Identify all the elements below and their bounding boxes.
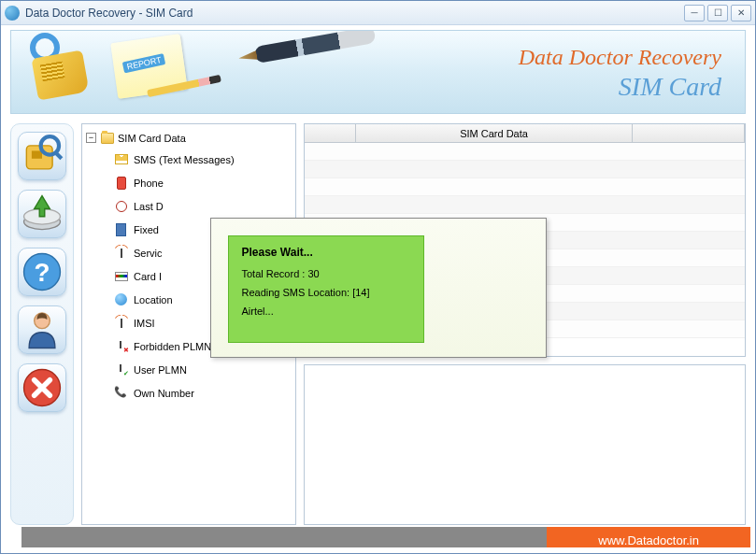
- antenna-icon: [114, 246, 128, 260]
- close-button[interactable]: [18, 363, 66, 412]
- sim-chip-icon: [32, 50, 90, 101]
- app-icon: [5, 6, 20, 21]
- calc-icon: [114, 222, 128, 236]
- globe-icon: [114, 292, 128, 306]
- tree-root[interactable]: − SIM Card Data: [86, 128, 292, 148]
- user-button[interactable]: [18, 305, 66, 354]
- progress-reading: Reading SMS Location: [14]: [242, 287, 410, 298]
- clock-icon: [114, 199, 128, 213]
- close-icon: [19, 364, 65, 411]
- tree-item-label: Fixed: [134, 224, 159, 235]
- grid-col-extra[interactable]: [633, 124, 745, 142]
- grid-col-index[interactable]: [305, 124, 356, 142]
- tree-item-label: SMS (Text Messages): [134, 154, 235, 165]
- tree-item-sms-text-messages-[interactable]: SMS (Text Messages): [86, 148, 292, 171]
- report-tag: REPORT: [122, 53, 166, 73]
- sidebar: ?: [10, 123, 74, 525]
- envelope-icon: [114, 152, 128, 166]
- svg-text:?: ?: [35, 258, 50, 287]
- own-icon: [114, 386, 128, 400]
- close-window-button[interactable]: ✕: [731, 5, 751, 21]
- progress-panel: Please Wait... Total Record : 30 Reading…: [228, 235, 424, 343]
- tree-item-label: Location: [134, 294, 173, 305]
- drive-icon: [19, 191, 65, 237]
- folder-icon: [100, 131, 114, 145]
- plmn-icon: [114, 339, 128, 353]
- tree-item-phone[interactable]: Phone: [86, 171, 292, 194]
- maximize-button[interactable]: ☐: [707, 5, 728, 21]
- uplmn-icon: [114, 362, 128, 376]
- sim-scan-icon: [19, 133, 65, 179]
- footer-url: www.Datadoctor.in: [598, 533, 699, 547]
- header-line2: SIM Card: [519, 72, 721, 102]
- tree-item-label: User PLMN: [134, 364, 187, 376]
- tree-expand-toggle[interactable]: −: [86, 133, 96, 143]
- tree-item-label: Own Number: [134, 388, 194, 399]
- tree-item-label: Phone: [134, 178, 164, 189]
- progress-title: Please Wait...: [242, 246, 410, 259]
- header-banner: REPORT Data Doctor Recovery SIM Card: [10, 30, 746, 114]
- grid-row[interactable]: [305, 161, 745, 178]
- tree-item-label: Last D: [134, 201, 164, 212]
- tree-item-label: Forbidden PLMN: [134, 341, 211, 352]
- tree-item-last-d[interactable]: Last D: [86, 194, 292, 218]
- window-title: Data Doctor Recovery - SIM Card: [25, 7, 681, 20]
- tree-item-label: IMSI: [134, 318, 155, 329]
- help-button[interactable]: ?: [18, 248, 66, 296]
- save-drive-button[interactable]: [18, 190, 66, 238]
- tree-item-label: Servic: [134, 248, 163, 259]
- header-line1: Data Doctor Recovery: [519, 45, 721, 70]
- progress-dialog: Please Wait... Total Record : 30 Reading…: [210, 218, 547, 358]
- help-icon: ?: [19, 249, 65, 295]
- titlebar: Data Doctor Recovery - SIM Card ─ ☐ ✕: [1, 1, 755, 25]
- card-icon: [114, 269, 128, 283]
- minimize-button[interactable]: ─: [684, 5, 705, 21]
- app-window: Data Doctor Recovery - SIM Card ─ ☐ ✕ RE…: [0, 0, 756, 554]
- svg-rect-1: [32, 150, 42, 158]
- progress-total: Total Record : 30: [242, 268, 410, 279]
- svg-line-3: [55, 152, 62, 159]
- scan-sim-button[interactable]: [18, 132, 66, 180]
- phone-icon: [114, 176, 128, 190]
- tree-item-user-plmn[interactable]: User PLMN: [86, 358, 292, 381]
- antenna-icon: [114, 316, 128, 330]
- grid-row[interactable]: [305, 196, 745, 214]
- tree-item-label: Card I: [134, 271, 162, 282]
- tree-root-label: SIM Card Data: [118, 133, 186, 144]
- user-icon: [19, 306, 65, 353]
- detail-panel[interactable]: [304, 364, 746, 525]
- grid-row[interactable]: [305, 178, 745, 196]
- tree-item-own-number[interactable]: Own Number: [86, 381, 292, 405]
- progress-provider: Airtel...: [242, 305, 410, 317]
- grid-header: SIM Card Data: [305, 124, 745, 143]
- header-title: Data Doctor Recovery SIM Card: [519, 45, 721, 102]
- grid-col-main[interactable]: SIM Card Data: [356, 124, 633, 142]
- pen-icon: [253, 30, 376, 64]
- grid-row[interactable]: [305, 143, 745, 161]
